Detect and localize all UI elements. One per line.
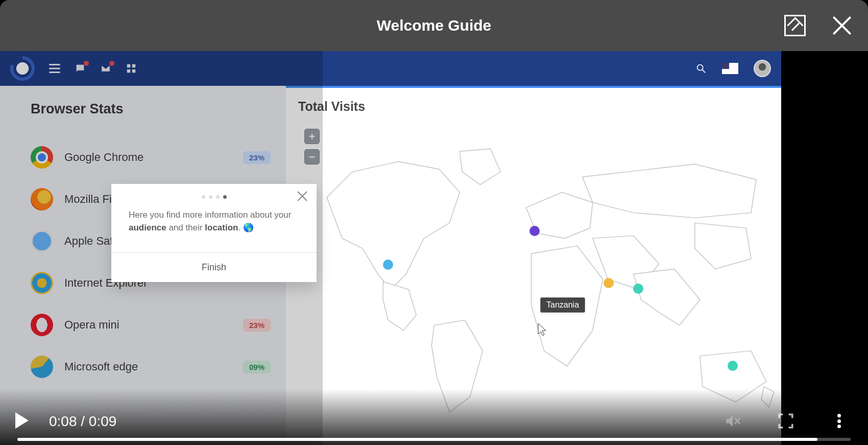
- svg-rect-2: [127, 69, 130, 73]
- edge-icon: [31, 356, 53, 378]
- browser-percent-badge: 09%: [243, 361, 271, 373]
- map-point[interactable]: [604, 278, 614, 288]
- app-logo-icon: [10, 56, 35, 81]
- firefox-icon: [31, 188, 53, 210]
- step-dot: [209, 195, 212, 199]
- cursor-icon: [538, 323, 547, 336]
- video-time: 0:08 / 0:09: [49, 413, 116, 430]
- browser-stats-title: Browser Stats: [31, 101, 271, 117]
- coach-text: and their: [166, 223, 205, 232]
- language-flag-icon[interactable]: [722, 63, 738, 74]
- browser-name: Microsoft edge: [64, 360, 232, 373]
- open-external-icon[interactable]: [784, 15, 806, 36]
- coach-text-bold: location: [205, 223, 238, 232]
- close-icon[interactable]: [831, 15, 853, 36]
- browser-name: Google Chrome: [64, 151, 232, 164]
- coach-text: Here you find more information about you…: [129, 210, 291, 220]
- step-dot: [216, 195, 220, 199]
- ie-icon: [31, 272, 53, 294]
- browser-row: Google Chrome 23%: [31, 136, 271, 178]
- notification-dot-icon: [109, 61, 114, 66]
- svg-rect-1: [132, 64, 135, 67]
- map-point[interactable]: [529, 226, 540, 236]
- coachmark-text: Here you find more information about you…: [111, 199, 317, 252]
- svg-rect-0: [127, 64, 130, 67]
- play-button-icon[interactable]: [15, 412, 29, 429]
- notification-dot-icon: [84, 61, 89, 66]
- browser-percent-badge: 23%: [243, 151, 271, 164]
- video-progress-fill: [17, 438, 817, 441]
- video-controls: 0:08 / 0:09: [0, 389, 868, 445]
- mail-icon[interactable]: [100, 63, 111, 74]
- user-avatar[interactable]: [754, 60, 771, 77]
- coach-text-bold: audience: [129, 223, 166, 232]
- chat-icon[interactable]: [75, 63, 86, 74]
- player-titlebar: Welcome Guide: [0, 0, 868, 51]
- total-visits-title: Total Visits: [298, 99, 782, 114]
- fullscreen-icon[interactable]: [777, 412, 794, 430]
- coach-text: . 🌎: [238, 223, 253, 232]
- svg-line-5: [703, 70, 706, 73]
- svg-rect-3: [132, 69, 135, 73]
- coachmark-close-icon[interactable]: [295, 189, 309, 203]
- browser-row: Microsoft edge 09%: [31, 346, 271, 388]
- menu-icon[interactable]: [49, 63, 60, 74]
- svg-point-4: [697, 65, 703, 71]
- coachmark-popup: Here you find more information about you…: [111, 184, 317, 282]
- more-options-icon[interactable]: [830, 414, 848, 428]
- browser-percent-badge: 23%: [243, 319, 271, 332]
- map-point[interactable]: [383, 260, 393, 270]
- browser-row: Opera mini 23%: [31, 304, 271, 346]
- app-header: [0, 51, 781, 86]
- video-letterbox-right: [781, 51, 868, 445]
- video-player: Welcome Guide: [0, 0, 868, 445]
- search-icon[interactable]: [695, 63, 707, 74]
- map-point[interactable]: [728, 361, 738, 371]
- safari-icon: [31, 230, 53, 252]
- opera-icon: [31, 314, 53, 336]
- map-point[interactable]: [633, 284, 643, 294]
- chrome-icon: [31, 146, 53, 169]
- step-dot: [202, 195, 205, 199]
- mute-icon[interactable]: [724, 412, 741, 430]
- map-tooltip: Tanzania: [540, 297, 585, 313]
- video-progress-bar[interactable]: [17, 438, 851, 441]
- apps-grid-icon[interactable]: [126, 63, 137, 74]
- player-title: Welcome Guide: [377, 17, 492, 34]
- step-dot: [223, 195, 227, 199]
- video-content: Browser Stats Google Chrome 23% Mozilla …: [0, 51, 868, 445]
- browser-name: Opera mini: [64, 318, 232, 332]
- coachmark-finish-button[interactable]: Finish: [111, 252, 317, 282]
- step-dots: [202, 195, 227, 199]
- app-frame: Browser Stats Google Chrome 23% Mozilla …: [0, 51, 781, 445]
